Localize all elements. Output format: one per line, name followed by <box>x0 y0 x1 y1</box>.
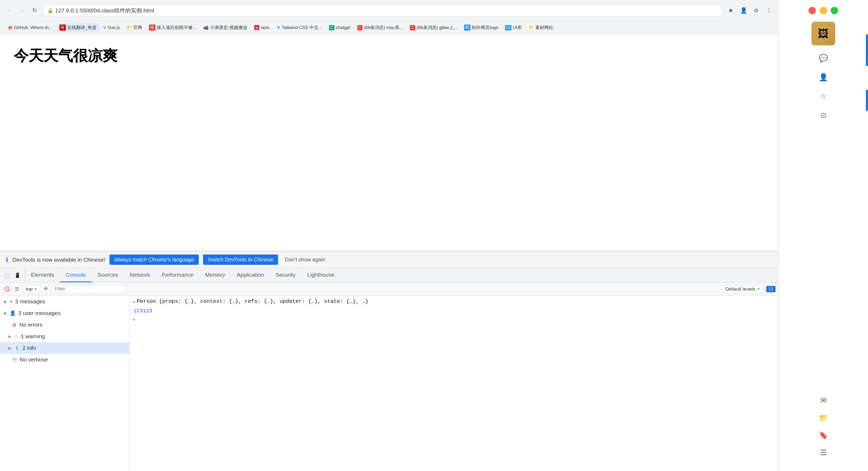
context-selector[interactable]: top ▼ <box>23 285 40 293</box>
user-icon: 👤 <box>10 310 16 316</box>
traffic-yellow[interactable] <box>819 7 827 14</box>
tab-application[interactable]: Application <box>231 268 270 282</box>
sidebar-item-label: 1 warning <box>21 333 45 339</box>
console-content: ▶ ≡ 3 messages ▶ 👤 3 user messages ⊗ No … <box>0 296 778 471</box>
levels-label: Default levels <box>725 286 755 292</box>
device-toolbar-button[interactable]: 📱 <box>13 271 22 280</box>
clear-console-button[interactable]: 🚫 <box>3 285 11 293</box>
tab-performance[interactable]: Performance <box>156 268 199 282</box>
console-entry-expand[interactable]: ▶ <box>129 316 778 324</box>
traffic-red[interactable] <box>809 7 816 14</box>
filter-input[interactable] <box>52 285 126 293</box>
sidebar-item-3messages[interactable]: ▶ ≡ 3 messages <box>0 296 129 307</box>
user-sidebar-button[interactable]: 👤 <box>815 69 831 85</box>
console-entry-person[interactable]: ▶ Person {props: {…}, context: {…}, refs… <box>129 297 778 306</box>
bookmark-gitee[interactable]: C (66条消息) gitee上... <box>407 23 460 32</box>
console-entry-123123[interactable]: 123123 <box>129 306 778 316</box>
bookmark-chatgpt[interactable]: C chatgpt <box>326 24 353 32</box>
traffic-green[interactable] <box>831 7 838 14</box>
bookmark-xiaodi[interactable]: 📹 小滴课堂-视频播放 <box>200 23 251 32</box>
bookmark-youdao[interactable]: 有 在线翻译_有道 <box>56 23 100 32</box>
tab-security[interactable]: Security <box>270 268 301 282</box>
menu-button[interactable]: ⋮ <box>764 5 774 15</box>
sidebar-item-noerrors[interactable]: ⊗ No errors <box>0 319 129 331</box>
bookmark-move[interactable]: 移 移入项目权限不够... <box>146 23 199 32</box>
sidebar-item-label: No verbose <box>20 357 48 363</box>
bookmarks-bar: 🐙 GitHub: Where th... 有 在线翻译_有道 V Vue.js… <box>0 21 778 34</box>
bookmark-sidebar-button[interactable]: 🔖 <box>815 427 831 443</box>
devtools-tabs-bar: ⬚ 📱 Elements Console Sources Network Per… <box>0 268 778 282</box>
reload-button[interactable]: ↻ <box>30 5 40 15</box>
bookmark-tailwind[interactable]: ▼ Tailwind CSS 中文... <box>273 23 326 32</box>
tab-sources[interactable]: Sources <box>92 268 124 282</box>
tab-network[interactable]: Network <box>124 268 156 282</box>
menu-sidebar-button[interactable]: ☰ <box>815 445 831 461</box>
always-match-button[interactable]: Always match Chrome's language <box>110 255 199 265</box>
star-sidebar-button[interactable]: ☆ <box>815 88 831 104</box>
extensions-button[interactable]: ⚙ <box>751 5 761 15</box>
info-circle-icon: ℹ <box>14 345 20 351</box>
switch-devtools-button[interactable]: Switch DevTools to Chinese <box>203 255 278 265</box>
bookmark-npm[interactable]: n npm <box>251 24 273 32</box>
console-log-area: ▶ Person {props: {…}, context: {…}, refs… <box>129 296 778 471</box>
dont-show-again-button[interactable]: Don't show again <box>282 255 328 265</box>
console-toolbar: 🚫 ☰ top ▼ 👁 Default levels ▼ 11 <box>0 282 778 296</box>
sidebar-item-label: 3 user messages <box>18 310 61 316</box>
sidebar-item-label: 3 messages <box>15 298 45 305</box>
console-sidebar: ▶ ≡ 3 messages ▶ 👤 3 user messages ⊗ No … <box>0 296 129 471</box>
error-icon: ⊗ <box>12 322 17 328</box>
expand-arrow-icon: ▶ <box>8 334 11 338</box>
levels-arrow-icon: ▼ <box>757 287 760 291</box>
sidebar-bottom-icons: ✉ 📁 🔖 ☰ <box>815 392 831 471</box>
circle-sidebar-button[interactable]: ⊙ <box>815 107 831 123</box>
url-text: 127.0.0.1:5500/04.class组件的实例.html <box>55 7 154 14</box>
devtools-panel: ℹ DevTools is now available in Chinese! … <box>0 251 778 471</box>
verbose-icon: ⦿ <box>12 357 17 363</box>
expand-arrow-icon: ▶ <box>4 311 7 315</box>
sidebar-item-noverbose[interactable]: ⦿ No verbose <box>0 354 129 365</box>
sidebar-item-usermessages[interactable]: ▶ 👤 3 user messages <box>0 307 129 319</box>
bookmark-guanwang[interactable]: 📁 官网 <box>123 23 145 32</box>
back-button[interactable]: ← <box>4 5 14 15</box>
notification-text: DevTools is now available in Chinese! <box>12 257 105 263</box>
forward-button[interactable]: → <box>17 5 27 15</box>
bookmark-mac[interactable]: C (66条消息) mac系... <box>354 23 406 32</box>
expand-chevron-icon: ▶ <box>133 317 135 322</box>
levels-dropdown[interactable]: Default levels ▼ <box>722 285 764 293</box>
bookmark-star-button[interactable]: ★ <box>726 5 736 15</box>
eye-button[interactable]: 👁 <box>42 285 50 293</box>
count-badge: 11 <box>766 286 775 292</box>
traffic-lights <box>809 0 838 19</box>
bookmark-material[interactable]: 📁 素材网站 <box>525 23 556 32</box>
mail-sidebar-button[interactable]: ✉ <box>815 392 831 408</box>
sidebar-item-label: No errors <box>19 322 42 328</box>
tab-memory[interactable]: Memory <box>199 268 231 282</box>
profile-button[interactable]: 👤 <box>739 5 748 15</box>
info-icon: ℹ <box>6 256 8 264</box>
bookmark-loge[interactable]: 制 制作网页loge <box>461 23 501 32</box>
bookmark-github[interactable]: 🐙 GitHub: Where th... <box>4 24 56 32</box>
sidebar-item-warning[interactable]: ▶ ⚠ 1 warning <box>0 331 129 342</box>
warning-icon: ⚠ <box>14 333 18 339</box>
chat-sidebar-button[interactable]: 💬 <box>815 50 831 66</box>
filter-button[interactable]: ☰ <box>13 285 21 293</box>
address-bar[interactable]: 🔒 127.0.0.1:5500/04.class组件的实例.html <box>42 4 723 17</box>
expand-arrow-icon: ▶ <box>4 299 7 304</box>
avatar[interactable]: 🖼 <box>811 22 835 45</box>
bookmark-uilib[interactable]: UI UI库 <box>502 23 525 32</box>
entry-value: 123123 <box>133 308 152 314</box>
tab-console[interactable]: Console <box>60 268 92 282</box>
inspect-element-button[interactable]: ⬚ <box>3 271 12 280</box>
folder-sidebar-button[interactable]: 📁 <box>815 410 831 426</box>
tab-lighthouse[interactable]: Lighthouse <box>301 268 340 282</box>
tab-elements[interactable]: Elements <box>25 268 60 282</box>
bookmark-vue[interactable]: V Vue.js <box>100 24 123 32</box>
expand-arrow-icon: ▶ <box>8 346 11 350</box>
devtools-icons-group: ⬚ 📱 <box>0 268 25 282</box>
entry-expand-arrow: ▶ <box>133 300 135 304</box>
sidebar-item-info[interactable]: ▶ ℹ 2 info <box>0 342 129 354</box>
page-body: 今天天气很凉爽 <box>0 34 778 251</box>
app-sidebar: 🖼 💬 👤 ☆ ⊙ ✉ 📁 🔖 ☰ <box>778 0 868 471</box>
context-arrow-icon: ▼ <box>34 287 37 291</box>
page-heading: 今天天气很凉爽 <box>0 34 778 78</box>
